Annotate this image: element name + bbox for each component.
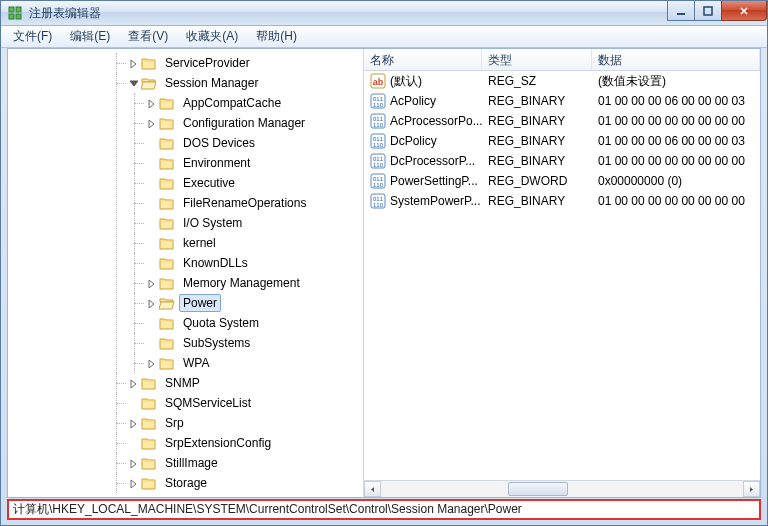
statusbar: 计算机\HKEY_LOCAL_MACHINE\SYSTEM\CurrentCon… (7, 499, 761, 520)
list-row[interactable]: PowerSettingP...REG_DWORD0x00000000 (0) (364, 171, 760, 191)
menu-edit[interactable]: 编辑(E) (62, 26, 118, 47)
folder-icon (159, 216, 175, 230)
tree-label: ServiceProvider (161, 54, 254, 72)
tree-label: Environment (179, 154, 254, 172)
tree-item-subsystems[interactable]: SubSystems (146, 333, 363, 353)
folder-icon (159, 336, 175, 350)
list-row[interactable]: AcPolicyREG_BINARY01 00 00 00 06 00 00 0… (364, 91, 760, 111)
tree-label: kernel (179, 234, 220, 252)
value-data: 0x00000000 (0) (592, 174, 760, 188)
window: 注册表编辑器 文件(F) 编辑(E) 查看(V) 收藏夹(A) 帮助(H) (0, 0, 768, 526)
value-type: REG_SZ (482, 74, 592, 88)
tree-item-power[interactable]: Power (146, 293, 363, 313)
list-row[interactable]: DcProcessorP...REG_BINARY01 00 00 00 00 … (364, 151, 760, 171)
binary-value-icon (370, 153, 386, 169)
list-header: 名称 类型 数据 (364, 49, 760, 71)
menu-view[interactable]: 查看(V) (120, 26, 176, 47)
value-name: AcPolicy (390, 94, 436, 108)
expander-icon[interactable] (146, 98, 157, 109)
tree-label: Memory Management (179, 274, 304, 292)
tree-pane[interactable]: ServiceProvider Session Manager AppCompa… (8, 49, 364, 497)
tree-label: Executive (179, 174, 239, 192)
list-body[interactable]: (默认)REG_SZ(数值未设置)AcPolicyREG_BINARY01 00… (364, 71, 760, 480)
folder-icon (159, 256, 175, 270)
menu-favorites[interactable]: 收藏夹(A) (178, 26, 246, 47)
value-name-cell: (默认) (364, 73, 482, 90)
tree-item-appcompatcache[interactable]: AppCompatCache (146, 93, 363, 113)
scroll-left-button[interactable] (364, 481, 381, 497)
tree-item-dosdevices[interactable]: DOS Devices (146, 133, 363, 153)
expander-icon[interactable] (146, 278, 157, 289)
tree-label: AppCompatCache (179, 94, 285, 112)
tree-item-iosystem[interactable]: I/O System (146, 213, 363, 233)
folder-icon (159, 156, 175, 170)
tree-item-serviceprovider[interactable]: ServiceProvider (128, 53, 363, 73)
value-type: REG_BINARY (482, 114, 592, 128)
expander-icon[interactable] (128, 58, 139, 69)
expander-icon[interactable] (146, 298, 157, 309)
expander-icon[interactable] (128, 458, 139, 469)
horizontal-scrollbar[interactable] (364, 480, 760, 497)
expander-icon[interactable] (128, 378, 139, 389)
tree-item-configurationmanager[interactable]: Configuration Manager (146, 113, 363, 133)
value-type: REG_BINARY (482, 154, 592, 168)
tree-item-snmp[interactable]: SNMP (128, 373, 363, 393)
column-name[interactable]: 名称 (364, 49, 482, 70)
list-row[interactable]: AcProcessorPo...REG_BINARY01 00 00 00 00… (364, 111, 760, 131)
binary-value-icon (370, 193, 386, 209)
list-row[interactable]: (默认)REG_SZ(数值未设置) (364, 71, 760, 91)
list-row[interactable]: DcPolicyREG_BINARY01 00 00 00 06 00 00 0… (364, 131, 760, 151)
folder-icon (141, 376, 157, 390)
folder-icon (159, 296, 175, 310)
expander-icon[interactable] (146, 358, 157, 369)
window-buttons (668, 1, 767, 21)
tree-label: SNMP (161, 374, 204, 392)
binary-value-icon (370, 173, 386, 189)
string-value-icon (370, 73, 386, 89)
tree-item-storage[interactable]: Storage (128, 473, 363, 493)
tree-label: Session Manager (161, 74, 262, 92)
tree-item-knowndlls[interactable]: KnownDLLs (146, 253, 363, 273)
value-type: REG_BINARY (482, 94, 592, 108)
tree-item-executive[interactable]: Executive (146, 173, 363, 193)
maximize-button[interactable] (694, 1, 722, 21)
folder-icon (141, 396, 157, 410)
column-type[interactable]: 类型 (482, 49, 592, 70)
list-row[interactable]: SystemPowerP...REG_BINARY01 00 00 00 00 … (364, 191, 760, 211)
expander-icon[interactable] (128, 478, 139, 489)
folder-icon (159, 316, 175, 330)
scroll-track[interactable] (381, 481, 743, 497)
value-data: 01 00 00 00 06 00 00 00 03 (592, 134, 760, 148)
tree-item-stillimage[interactable]: StillImage (128, 453, 363, 473)
tree-label: Srp (161, 414, 188, 432)
tree-item-sqmservicelist[interactable]: SQMServiceList (128, 393, 363, 413)
binary-value-icon (370, 133, 386, 149)
tree-label: KnownDLLs (179, 254, 252, 272)
tree-item-filerenameoperations[interactable]: FileRenameOperations (146, 193, 363, 213)
menu-help[interactable]: 帮助(H) (248, 26, 305, 47)
folder-icon (159, 276, 175, 290)
scroll-right-button[interactable] (743, 481, 760, 497)
value-data: (数值未设置) (592, 73, 760, 90)
scroll-thumb[interactable] (508, 482, 568, 496)
minimize-button[interactable] (667, 1, 695, 21)
expander-icon[interactable] (128, 78, 139, 89)
expander-icon[interactable] (146, 118, 157, 129)
titlebar[interactable]: 注册表编辑器 (1, 1, 767, 26)
tree-item-srp[interactable]: Srp (128, 413, 363, 433)
expander-icon[interactable] (128, 418, 139, 429)
tree-item-wpa[interactable]: WPA (146, 353, 363, 373)
column-data[interactable]: 数据 (592, 49, 760, 70)
close-button[interactable] (721, 1, 767, 21)
menu-file[interactable]: 文件(F) (5, 26, 60, 47)
folder-icon (159, 96, 175, 110)
tree-item-memorymanagement[interactable]: Memory Management (146, 273, 363, 293)
value-type: REG_BINARY (482, 134, 592, 148)
tree-item-quotasystem[interactable]: Quota System (146, 313, 363, 333)
tree-item-sessionmanager[interactable]: Session Manager (128, 73, 363, 93)
tree-item-environment[interactable]: Environment (146, 153, 363, 173)
value-data: 01 00 00 00 00 00 00 00 00 (592, 154, 760, 168)
tree-item-srpextensionconfig[interactable]: SrpExtensionConfig (128, 433, 363, 453)
tree-item-kernel[interactable]: kernel (146, 233, 363, 253)
folder-icon (141, 76, 157, 90)
